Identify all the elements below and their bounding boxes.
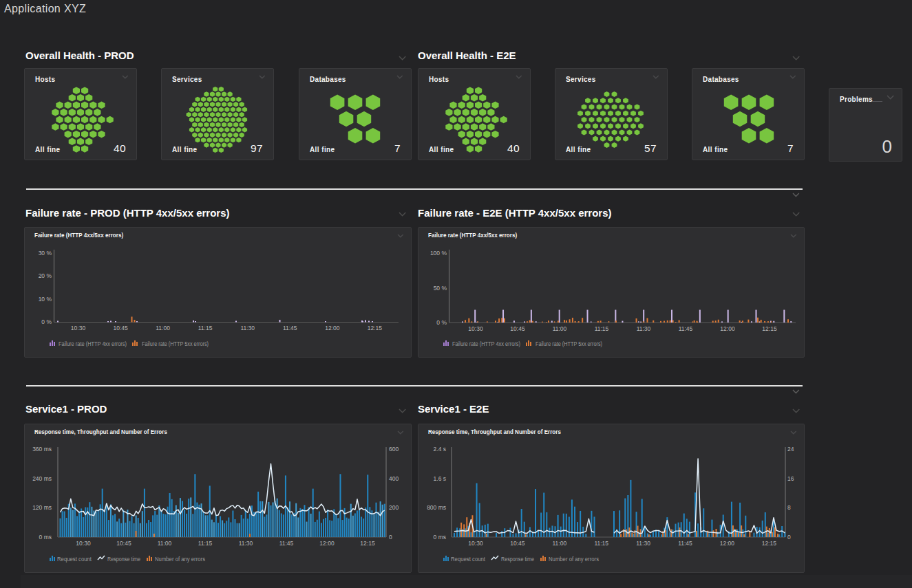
svg-text:Failure rate (HTTP 5xx errors): Failure rate (HTTP 5xx errors) (535, 340, 602, 347)
svg-text:11:45: 11:45 (279, 540, 294, 547)
svg-text:Request count: Request count (451, 556, 486, 563)
svg-text:Failure rate (HTTP 4xx errors): Failure rate (HTTP 4xx errors) (452, 340, 520, 347)
svg-text:11:15: 11:15 (198, 540, 213, 547)
svg-text:50 %: 50 % (434, 285, 447, 292)
svg-text:0 ms: 0 ms (39, 534, 52, 541)
svg-text:11:15: 11:15 (198, 325, 213, 331)
svg-text:360 ms: 360 ms (32, 446, 52, 453)
svg-text:11:30: 11:30 (239, 540, 253, 547)
svg-text:Response time: Response time (501, 556, 534, 563)
svg-text:11:45: 11:45 (678, 540, 692, 547)
svg-text:12:00: 12:00 (720, 325, 735, 332)
svg-text:11:00: 11:00 (156, 325, 170, 331)
svg-text:30 %: 30 % (39, 250, 52, 257)
svg-text:11:00: 11:00 (553, 325, 567, 332)
svg-text:10:45: 10:45 (510, 325, 525, 332)
svg-text:Response time: Response time (107, 556, 140, 563)
svg-text:400: 400 (389, 475, 399, 482)
svg-text:12:15: 12:15 (368, 325, 383, 331)
svg-text:600: 600 (389, 446, 399, 453)
svg-text:10:30: 10:30 (76, 540, 91, 547)
svg-text:11:00: 11:00 (158, 540, 172, 547)
svg-text:0: 0 (787, 534, 791, 541)
svg-text:24: 24 (787, 446, 794, 453)
svg-text:12:15: 12:15 (360, 540, 375, 547)
svg-text:800 ms: 800 ms (427, 504, 446, 511)
svg-text:12:00: 12:00 (319, 540, 335, 547)
svg-text:0 ms: 0 ms (434, 534, 446, 541)
svg-text:16: 16 (787, 475, 794, 482)
svg-text:11:30: 11:30 (637, 325, 651, 332)
svg-text:10:45: 10:45 (113, 325, 128, 331)
svg-text:10 %: 10 % (39, 296, 52, 303)
svg-text:0 %: 0 % (41, 318, 52, 325)
svg-text:11:45: 11:45 (679, 325, 693, 332)
svg-text:11:45: 11:45 (283, 325, 297, 331)
svg-text:11:00: 11:00 (552, 540, 566, 547)
svg-text:8: 8 (787, 504, 791, 511)
svg-text:Failure rate (HTTP 4xx errors): Failure rate (HTTP 4xx errors) (59, 340, 127, 347)
svg-text:240 ms: 240 ms (32, 475, 52, 482)
svg-text:0 %: 0 % (436, 319, 447, 326)
svg-text:11:15: 11:15 (595, 325, 609, 332)
svg-text:Number of any errors: Number of any errors (549, 556, 599, 563)
svg-text:Number of any errors: Number of any errors (155, 556, 205, 563)
svg-text:10:30: 10:30 (468, 540, 483, 547)
svg-text:12:00: 12:00 (325, 325, 340, 331)
svg-text:1.6 s: 1.6 s (434, 475, 446, 482)
svg-text:10:45: 10:45 (116, 540, 131, 547)
svg-text:12:15: 12:15 (762, 325, 777, 332)
svg-text:11:15: 11:15 (594, 540, 608, 547)
svg-text:12:00: 12:00 (720, 540, 735, 547)
svg-text:200: 200 (389, 504, 399, 511)
svg-text:20 %: 20 % (39, 272, 52, 279)
svg-text:12:15: 12:15 (762, 540, 777, 547)
svg-text:0: 0 (389, 534, 392, 541)
svg-text:Failure rate (HTTP 5xx errors): Failure rate (HTTP 5xx errors) (142, 340, 209, 347)
svg-text:11:30: 11:30 (240, 325, 255, 331)
svg-text:2.4 s: 2.4 s (434, 446, 446, 453)
svg-text:Request count: Request count (57, 556, 92, 563)
svg-text:11:30: 11:30 (636, 540, 650, 547)
svg-text:10:30: 10:30 (71, 325, 86, 331)
svg-text:120 ms: 120 ms (32, 504, 52, 511)
svg-text:10:30: 10:30 (468, 325, 483, 332)
svg-text:10:45: 10:45 (510, 540, 525, 547)
svg-text:100 %: 100 % (430, 250, 447, 257)
